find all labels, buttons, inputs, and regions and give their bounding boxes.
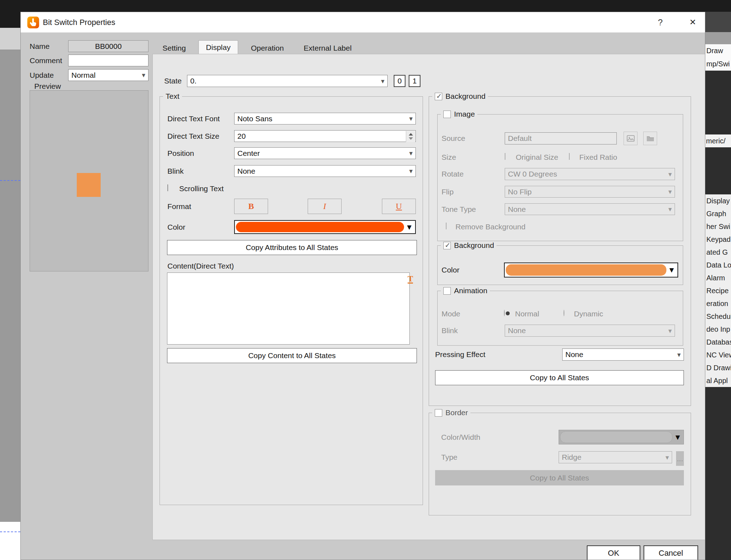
toolbox-category-item[interactable]: deo Inp (705, 323, 731, 336)
animation-group: Animation Mode Normal Dynamic Blink None (437, 291, 683, 346)
position-label: Position (167, 147, 194, 159)
fixed-ratio-checkbox (569, 153, 570, 160)
bit-switch-properties-dialog: Bit Switch Properties ? ✕ Name BB0000 Co… (20, 12, 705, 560)
toolbox-category-item[interactable]: her Swi (705, 220, 731, 233)
right-strip-toolbar (705, 12, 731, 32)
text-color-swatch[interactable] (234, 220, 416, 234)
background-color-checkbox[interactable] (443, 242, 451, 249)
scrolling-text-checkbox[interactable] (167, 184, 168, 191)
toolbox-category-item[interactable]: ated G (705, 246, 731, 259)
screen: Draw mp/Swi meric/ DisplayGraphher SwiKe… (0, 0, 731, 560)
image-checkbox[interactable] (443, 111, 451, 118)
border-group-title: Border (445, 408, 468, 417)
spinner-up-icon[interactable] (409, 133, 413, 136)
background-color-group-title: Background (454, 241, 494, 250)
tone-type-dropdown: None (505, 203, 675, 215)
toolbox-tab-lamp-switch[interactable]: mp/Swi (705, 57, 731, 71)
format-label: Format (167, 199, 191, 214)
state-1-button[interactable]: 1 (409, 75, 420, 87)
text-group-title: Text (163, 92, 182, 101)
blink-dropdown[interactable]: None (234, 165, 416, 177)
border-checkbox[interactable] (435, 409, 442, 417)
toolbox-category-item[interactable]: eration (705, 297, 731, 310)
original-size-label: Original Size (516, 153, 558, 161)
tab-display[interactable]: Display (198, 40, 238, 54)
state-label: State (164, 75, 182, 87)
source-field: Default (505, 132, 617, 144)
direct-text-font-label: Direct Text Font (167, 113, 220, 124)
copy-attributes-button[interactable]: Copy Attributes to All States (167, 240, 417, 255)
toolbox-category-item[interactable]: Alarm (705, 271, 731, 284)
update-dropdown[interactable]: Normal (68, 69, 148, 81)
right-strip-subtoolbar (705, 32, 731, 44)
source-label: Source (442, 132, 465, 144)
spinner-down-icon[interactable] (409, 137, 413, 140)
preview-canvas (30, 90, 148, 271)
state-dropdown[interactable]: 0. (187, 75, 388, 87)
state-0-button[interactable]: 0 (394, 75, 405, 87)
mode-label: Mode (442, 310, 460, 317)
background-color-label: Color (442, 263, 459, 278)
toolbox-category-item[interactable]: Databas (705, 336, 731, 348)
update-label: Update (30, 69, 54, 81)
cancel-button[interactable]: Cancel (644, 545, 698, 560)
position-dropdown[interactable]: Center (234, 147, 416, 159)
toolbox-category-item[interactable]: Keypad (705, 233, 731, 246)
image-group-title: Image (454, 110, 475, 118)
italic-button[interactable]: I (308, 199, 342, 214)
toolbox-category-item[interactable]: D Drawi (705, 361, 731, 374)
tab-external-label[interactable]: External Label (299, 42, 356, 54)
toolbox-category-item[interactable]: Display (705, 194, 731, 207)
tab-setting[interactable]: Setting (156, 42, 192, 54)
left-strip-toolbar (0, 28, 20, 50)
content-textarea[interactable] (167, 273, 410, 345)
pressing-effect-dropdown[interactable]: None (562, 348, 684, 361)
color-width-label: Color/Width (441, 430, 480, 444)
toolbox-category-item[interactable]: NC View (705, 348, 731, 361)
image-group: Image Source Default Size Original Size … (437, 114, 683, 241)
size-label: Size (442, 153, 456, 161)
toolbox-category-item[interactable]: Recipe (705, 284, 731, 297)
rotate-dropdown: CW 0 Degrees (505, 168, 675, 180)
name-field[interactable]: BB0000 (68, 40, 148, 52)
image-icon (627, 135, 635, 142)
scrolling-text-label: Scrolling Text (179, 185, 224, 192)
text-color-pill (236, 222, 404, 232)
border-color-width-swatch (559, 430, 684, 444)
text-tool-icon[interactable]: T (408, 275, 413, 284)
background-color-pill (506, 264, 666, 276)
remove-background-label: Remove Background (455, 223, 525, 230)
toolbox-category-list: DisplayGraphher SwiKeypadated GData LoAl… (705, 194, 731, 387)
toolbox-category-item[interactable]: al Appl (705, 374, 731, 387)
tab-operation[interactable]: Operation (246, 42, 289, 54)
direct-text-size-label: Direct Text Size (167, 130, 220, 142)
background-copy-all-button[interactable]: Copy to All States (435, 370, 684, 385)
animation-checkbox[interactable] (443, 287, 451, 295)
toolbox-category-item[interactable]: Schedul (705, 310, 731, 323)
toolbox-tab-numeric-text[interactable]: meric/ (705, 134, 731, 147)
comment-field[interactable] (68, 55, 148, 66)
help-icon[interactable]: ? (650, 12, 671, 32)
toolbox-category-item[interactable]: Graph (705, 207, 731, 220)
toolbox-category-item[interactable]: Data Lo (705, 259, 731, 271)
flip-label: Flip (442, 186, 454, 198)
dialog-title-bar[interactable]: Bit Switch Properties ? ✕ (21, 12, 705, 32)
direct-text-font-dropdown[interactable]: Noto Sans (234, 113, 416, 124)
background-color-swatch[interactable] (504, 263, 678, 278)
close-icon[interactable]: ✕ (682, 12, 704, 32)
background-group-checkbox[interactable] (435, 93, 442, 100)
left-strip-dark (0, 12, 20, 28)
background-group-title: Background (445, 92, 485, 101)
browse-folder-button (643, 132, 657, 145)
animation-blink-label: Blink (442, 325, 458, 337)
left-strip-canvas (0, 50, 20, 522)
toolbox-tab-draw[interactable]: Draw (705, 44, 731, 57)
size-spinner[interactable] (406, 131, 415, 142)
ok-button[interactable]: OK (587, 545, 640, 560)
underline-button[interactable]: U (382, 199, 416, 214)
bold-button[interactable]: B (234, 199, 268, 214)
direct-text-size-field[interactable]: 20 (234, 130, 416, 142)
copy-content-button[interactable]: Copy Content to All States (167, 348, 417, 363)
mode-normal-radio (504, 310, 505, 316)
pressing-effect-label: Pressing Effect (435, 348, 485, 361)
